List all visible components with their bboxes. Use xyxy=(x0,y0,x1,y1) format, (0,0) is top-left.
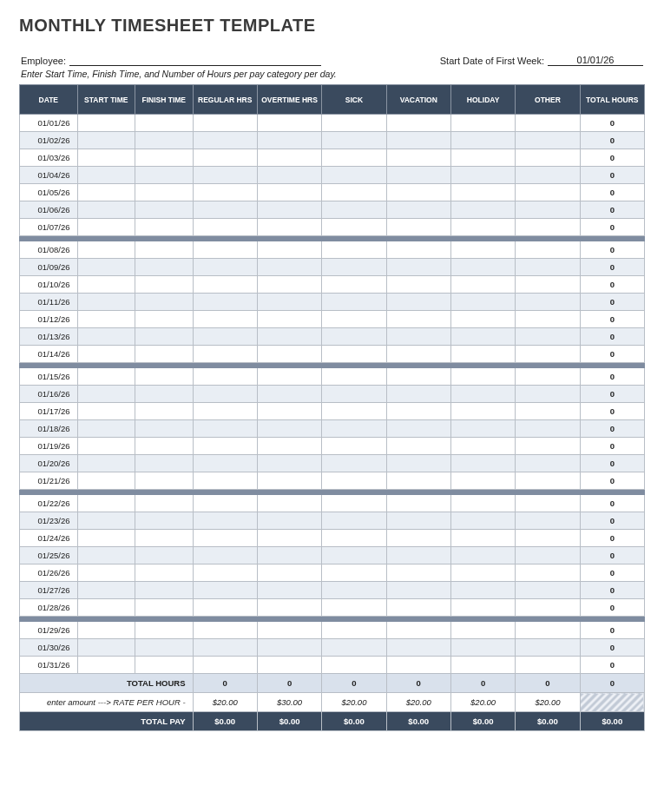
hours-cell[interactable] xyxy=(193,328,257,346)
hours-cell[interactable] xyxy=(193,512,257,530)
hours-cell[interactable] xyxy=(386,438,450,455)
hours-cell[interactable] xyxy=(193,276,257,294)
hours-cell[interactable] xyxy=(450,564,515,582)
start-time-cell[interactable] xyxy=(77,184,135,201)
hours-cell[interactable] xyxy=(450,149,515,167)
hours-cell[interactable] xyxy=(516,201,580,219)
hours-cell[interactable] xyxy=(193,438,257,455)
hours-cell[interactable] xyxy=(193,657,257,674)
hours-cell[interactable] xyxy=(516,259,580,276)
start-time-cell[interactable] xyxy=(77,582,135,599)
hours-cell[interactable] xyxy=(450,438,515,455)
hours-cell[interactable] xyxy=(386,582,450,599)
start-time-cell[interactable] xyxy=(77,420,135,438)
hours-cell[interactable] xyxy=(193,547,257,564)
hours-cell[interactable] xyxy=(450,472,515,490)
hours-cell[interactable] xyxy=(322,132,386,149)
finish-time-cell[interactable] xyxy=(135,201,194,219)
hours-cell[interactable] xyxy=(386,420,450,438)
finish-time-cell[interactable] xyxy=(135,599,194,617)
finish-time-cell[interactable] xyxy=(135,115,194,132)
hours-cell[interactable] xyxy=(450,346,515,363)
hours-cell[interactable] xyxy=(322,639,386,657)
start-time-cell[interactable] xyxy=(77,512,135,530)
hours-cell[interactable] xyxy=(386,530,450,547)
start-time-cell[interactable] xyxy=(77,149,135,167)
hours-cell[interactable] xyxy=(516,472,580,490)
hours-cell[interactable] xyxy=(516,438,580,455)
hours-cell[interactable] xyxy=(450,219,515,236)
hours-cell[interactable] xyxy=(322,346,386,363)
hours-cell[interactable] xyxy=(257,167,321,184)
start-time-cell[interactable] xyxy=(77,564,135,582)
hours-cell[interactable] xyxy=(193,368,257,386)
hours-cell[interactable] xyxy=(193,259,257,276)
finish-time-cell[interactable] xyxy=(135,495,194,512)
hours-cell[interactable] xyxy=(322,599,386,617)
hours-cell[interactable] xyxy=(386,657,450,674)
start-time-cell[interactable] xyxy=(77,241,135,259)
hours-cell[interactable] xyxy=(193,346,257,363)
hours-cell[interactable] xyxy=(450,599,515,617)
start-time-cell[interactable] xyxy=(77,259,135,276)
hours-cell[interactable] xyxy=(450,455,515,472)
finish-time-cell[interactable] xyxy=(135,455,194,472)
hours-cell[interactable] xyxy=(193,241,257,259)
hours-cell[interactable] xyxy=(257,184,321,201)
hours-cell[interactable] xyxy=(386,599,450,617)
hours-cell[interactable] xyxy=(257,622,321,639)
hours-cell[interactable] xyxy=(386,294,450,311)
finish-time-cell[interactable] xyxy=(135,259,194,276)
rate-overtime[interactable]: $30.00 xyxy=(257,693,321,712)
hours-cell[interactable] xyxy=(386,547,450,564)
hours-cell[interactable] xyxy=(257,420,321,438)
hours-cell[interactable] xyxy=(516,564,580,582)
hours-cell[interactable] xyxy=(516,420,580,438)
finish-time-cell[interactable] xyxy=(135,276,194,294)
hours-cell[interactable] xyxy=(386,149,450,167)
hours-cell[interactable] xyxy=(257,639,321,657)
hours-cell[interactable] xyxy=(322,547,386,564)
hours-cell[interactable] xyxy=(322,386,386,403)
start-time-cell[interactable] xyxy=(77,472,135,490)
finish-time-cell[interactable] xyxy=(135,219,194,236)
hours-cell[interactable] xyxy=(516,512,580,530)
hours-cell[interactable] xyxy=(516,241,580,259)
start-time-cell[interactable] xyxy=(77,328,135,346)
hours-cell[interactable] xyxy=(386,132,450,149)
finish-time-cell[interactable] xyxy=(135,472,194,490)
hours-cell[interactable] xyxy=(257,201,321,219)
hours-cell[interactable] xyxy=(386,219,450,236)
start-time-cell[interactable] xyxy=(77,438,135,455)
start-time-cell[interactable] xyxy=(77,455,135,472)
finish-time-cell[interactable] xyxy=(135,639,194,657)
hours-cell[interactable] xyxy=(450,386,515,403)
hours-cell[interactable] xyxy=(386,639,450,657)
hours-cell[interactable] xyxy=(193,294,257,311)
start-time-cell[interactable] xyxy=(77,547,135,564)
hours-cell[interactable] xyxy=(516,455,580,472)
hours-cell[interactable] xyxy=(257,512,321,530)
employee-input-line[interactable] xyxy=(69,55,321,66)
hours-cell[interactable] xyxy=(193,599,257,617)
finish-time-cell[interactable] xyxy=(135,403,194,420)
hours-cell[interactable] xyxy=(450,403,515,420)
hours-cell[interactable] xyxy=(450,420,515,438)
hours-cell[interactable] xyxy=(193,582,257,599)
hours-cell[interactable] xyxy=(450,259,515,276)
finish-time-cell[interactable] xyxy=(135,582,194,599)
hours-cell[interactable] xyxy=(386,201,450,219)
hours-cell[interactable] xyxy=(386,259,450,276)
hours-cell[interactable] xyxy=(386,403,450,420)
hours-cell[interactable] xyxy=(322,657,386,674)
finish-time-cell[interactable] xyxy=(135,547,194,564)
hours-cell[interactable] xyxy=(386,495,450,512)
hours-cell[interactable] xyxy=(193,455,257,472)
hours-cell[interactable] xyxy=(386,622,450,639)
hours-cell[interactable] xyxy=(322,184,386,201)
hours-cell[interactable] xyxy=(257,438,321,455)
hours-cell[interactable] xyxy=(450,328,515,346)
hours-cell[interactable] xyxy=(516,530,580,547)
hours-cell[interactable] xyxy=(257,311,321,328)
hours-cell[interactable] xyxy=(386,167,450,184)
